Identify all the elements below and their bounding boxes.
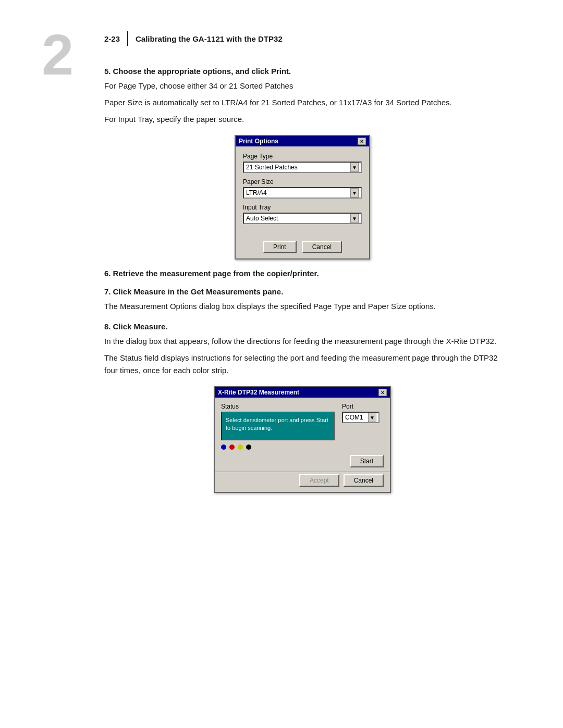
- xrite-status-section: Status Select densitometer port and pres…: [221, 403, 335, 452]
- step-5-body-1: For Page Type, choose either 34 or 21 So…: [104, 80, 500, 92]
- step-5-number: 5.: [104, 67, 111, 76]
- step-8-heading: 8.Click Measure.: [104, 322, 500, 331]
- paper-size-label: Paper Size: [243, 178, 362, 186]
- step-5-heading: 5.Choose the appropriate options, and cl…: [104, 67, 500, 76]
- input-tray-arrow-icon[interactable]: ▼: [350, 214, 359, 223]
- step-8-body-1: In the dialog box that appears, follow t…: [104, 335, 500, 348]
- step-7: 7.Click Measure in the Get Measurements …: [104, 287, 500, 313]
- content: 5.Choose the appropriate options, and cl…: [104, 67, 500, 493]
- chapter-header: 2 2-23 Calibrating the GA-1121 with the …: [104, 31, 500, 46]
- print-options-content: Page Type 21 Sorted Patches ▼ Paper Size…: [236, 146, 369, 236]
- xrite-port-label: Port: [342, 403, 384, 410]
- xrite-dialog: X-Rite DTP32 Measurement × Status Select…: [214, 386, 391, 493]
- xrite-dialog-wrapper: X-Rite DTP32 Measurement × Status Select…: [104, 386, 500, 493]
- xrite-inner: Status Select densitometer port and pres…: [215, 398, 390, 452]
- step-5-body-3: For Input Tray, specify the paper source…: [104, 113, 500, 126]
- section-number: 2-23: [104, 34, 120, 43]
- page-type-value: 21 Sorted Patches: [246, 164, 298, 171]
- step-5-body-2: Paper Size is automatically set to LTR/A…: [104, 96, 500, 109]
- input-tray-label: Input Tray: [243, 204, 362, 211]
- xrite-start-button[interactable]: Start: [350, 455, 384, 467]
- dot-yellow: [238, 445, 243, 450]
- xrite-status-text: Select densitometer port and press Start…: [226, 417, 328, 431]
- chapter-header-text: 2-23 Calibrating the GA-1121 with the DT…: [104, 31, 283, 46]
- xrite-title: X-Rite DTP32 Measurement: [218, 389, 299, 396]
- xrite-close-button[interactable]: ×: [378, 389, 387, 396]
- xrite-btn-row: Accept Cancel: [215, 472, 390, 492]
- color-dots: [221, 440, 335, 452]
- xrite-port-select[interactable]: COM1 ▼: [342, 412, 380, 423]
- page-type-row: Page Type 21 Sorted Patches ▼: [243, 153, 362, 173]
- xrite-accept-button[interactable]: Accept: [299, 474, 339, 487]
- dot-black: [246, 445, 251, 450]
- step-5: 5.Choose the appropriate options, and cl…: [104, 67, 500, 260]
- xrite-status-box: Select densitometer port and press Start…: [221, 412, 335, 440]
- xrite-cancel-button[interactable]: Cancel: [344, 474, 384, 487]
- input-tray-value: Auto Select: [246, 215, 278, 222]
- header-divider: [127, 31, 128, 46]
- print-options-close-button[interactable]: ×: [358, 138, 366, 145]
- step-8: 8.Click Measure. In the dialog box that …: [104, 322, 500, 493]
- dot-red: [229, 445, 235, 450]
- xrite-status-label: Status: [221, 403, 335, 410]
- print-button[interactable]: Print: [263, 241, 297, 253]
- input-tray-row: Input Tray Auto Select ▼: [243, 204, 362, 224]
- print-options-dialog-wrapper: Print Options × Page Type 21 Sorted Patc…: [104, 135, 500, 260]
- paper-size-arrow-icon[interactable]: ▼: [350, 188, 359, 198]
- print-options-titlebar: Print Options ×: [236, 136, 369, 146]
- xrite-port-section: Port COM1 ▼: [342, 403, 384, 452]
- xrite-port-value: COM1: [345, 414, 363, 421]
- xrite-titlebar: X-Rite DTP32 Measurement ×: [215, 387, 390, 398]
- step-6-heading: 6.Retrieve the measurement page from the…: [104, 269, 500, 278]
- header-title: Calibrating the GA-1121 with the DTP32: [136, 34, 283, 43]
- print-options-btn-row: Print Cancel: [236, 236, 369, 258]
- step-7-heading: 7.Click Measure in the Get Measurements …: [104, 287, 500, 296]
- print-cancel-button[interactable]: Cancel: [302, 241, 342, 253]
- paper-size-row: Paper Size LTR/A4 ▼: [243, 178, 362, 199]
- dot-blue: [221, 445, 226, 450]
- print-options-title: Print Options: [239, 138, 278, 145]
- xrite-port-arrow-icon[interactable]: ▼: [368, 413, 376, 422]
- step-8-number: 8.: [104, 322, 111, 331]
- page-type-arrow-icon[interactable]: ▼: [350, 163, 359, 172]
- page-type-select[interactable]: 21 Sorted Patches ▼: [243, 162, 362, 173]
- step-7-number: 7.: [104, 287, 111, 296]
- step-7-body-1: The Measurement Options dialog box displ…: [104, 300, 500, 313]
- page-type-label: Page Type: [243, 153, 362, 160]
- xrite-start-row: Start: [215, 452, 390, 472]
- step-8-body-2: The Status field displays instructions f…: [104, 352, 500, 377]
- step-6: 6.Retrieve the measurement page from the…: [104, 269, 500, 278]
- chapter-number-big: 2: [42, 26, 74, 83]
- print-options-dialog: Print Options × Page Type 21 Sorted Patc…: [235, 135, 370, 260]
- paper-size-select[interactable]: LTR/A4 ▼: [243, 187, 362, 199]
- page-container: 2 2-23 Calibrating the GA-1121 with the …: [0, 0, 563, 728]
- paper-size-value: LTR/A4: [246, 189, 267, 196]
- input-tray-select[interactable]: Auto Select ▼: [243, 213, 362, 224]
- step-6-number: 6.: [104, 269, 111, 278]
